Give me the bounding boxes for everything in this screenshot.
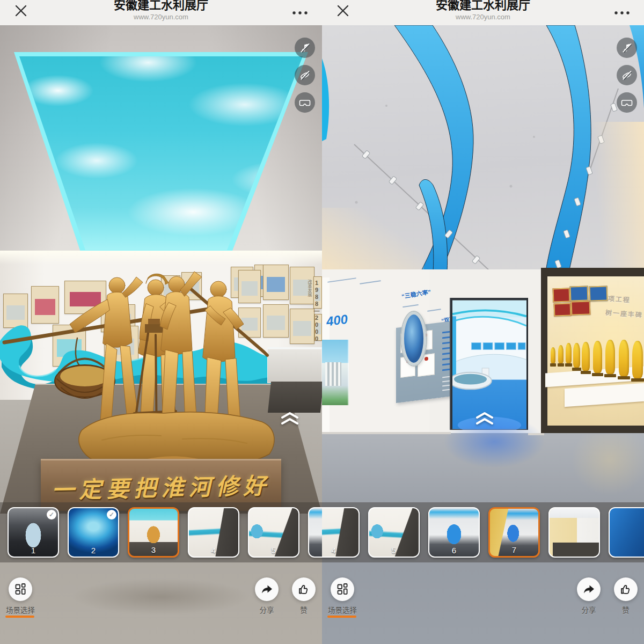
scene-select-button[interactable] [9, 577, 32, 601]
scene-thumbnail-5[interactable]: 5 [368, 507, 420, 558]
title-block: 安徽建工水利展厅 www.720yun.com [32, 0, 290, 21]
like-label: 赞 [614, 604, 638, 615]
viewer-panel-left: 1988—2000 改革发展 [0, 0, 322, 644]
share-label: 分享 [577, 604, 601, 615]
award-plaque [570, 286, 589, 301]
close-icon[interactable] [14, 4, 28, 18]
scene-thumbnail-7[interactable]: 7 [488, 507, 540, 558]
thumbnail-number: 2 [69, 546, 118, 555]
thumbnail-number: 6 [429, 546, 479, 555]
page-subtitle: www.720yun.com [354, 13, 612, 21]
thumbnail-number: 8 [550, 546, 599, 555]
gold-trophy [566, 343, 572, 363]
pedestal-inscription: 一定要把淮河修好 [51, 467, 270, 504]
thumbnail-number: 4 [322, 546, 358, 555]
thumbnail-strip[interactable]: ✓1✓2345 [0, 502, 322, 562]
gold-trophy [573, 343, 580, 368]
vr-goggles-button[interactable] [617, 92, 637, 113]
scene-select-active-underline [327, 616, 356, 618]
gold-trophy [551, 347, 555, 363]
scene-thumbnail-4[interactable]: 4 [188, 507, 239, 558]
gold-trophy [593, 341, 602, 373]
wall-statistic: 400 [325, 312, 348, 330]
scene-thumbnail-8[interactable]: 8 [548, 507, 600, 558]
scene-thumbnail-5[interactable]: 5 [248, 507, 299, 558]
visited-check-icon: ✓ [107, 510, 116, 519]
gold-trophy [558, 345, 564, 363]
gyroscope-off-button[interactable] [295, 65, 315, 85]
scene-thumbnail-partial[interactable] [308, 507, 322, 558]
scene-select-label: 场景选择 [322, 604, 363, 615]
gyroscope-off-button[interactable] [617, 65, 637, 85]
title-block: 安徽建工水利展厅 www.720yun.com [354, 0, 612, 21]
music-off-button[interactable] [617, 38, 637, 58]
thumbnail-number: 3 [129, 545, 178, 554]
thumbnail-number: 4 [189, 546, 238, 555]
floor-shadow [43, 573, 279, 621]
baseboard [322, 432, 451, 434]
scene-thumbnail-3[interactable]: 3 [128, 507, 179, 558]
building-photo [322, 340, 349, 405]
dual-screenshot-stage: 1988—2000 改革发展 [0, 0, 644, 644]
more-menu-icon[interactable] [613, 9, 631, 15]
red-seal [425, 357, 428, 361]
music-off-button[interactable] [295, 38, 315, 58]
thumbnail-strip[interactable]: 45678 [322, 502, 644, 562]
share-button[interactable] [255, 577, 279, 601]
more-menu-icon[interactable] [291, 9, 309, 15]
scene-select-active-underline [5, 616, 34, 618]
timeline-caption: 改革发展 [307, 280, 312, 297]
visited-check-icon: ✓ [47, 510, 56, 519]
thumbnail-number: 1 [9, 546, 58, 555]
porthole-window [401, 312, 426, 365]
like-button[interactable] [614, 577, 638, 601]
like-label: 赞 [292, 604, 316, 615]
page-title: 安徽建工水利展厅 [354, 0, 612, 12]
viewer-panel-right: “三稳六率” “双百” 400 [322, 0, 644, 644]
like-button[interactable] [292, 577, 316, 601]
award-plaque [589, 286, 608, 301]
scene-thumbnail-2[interactable]: ✓2 [68, 507, 119, 558]
award-plaque [553, 288, 570, 302]
gold-trophy [582, 342, 590, 371]
share-button[interactable] [577, 577, 601, 601]
viewer-controls [617, 38, 637, 113]
header-bar: 安徽建工水利展厅 www.720yun.com [322, 0, 644, 25]
header-bar: 安徽建工水利展厅 www.720yun.com [0, 0, 322, 25]
viewer-controls [295, 38, 315, 113]
thumbnail-list: ✓1✓2345 [0, 502, 322, 567]
gold-trophy [632, 341, 643, 378]
thumbnail-number: 5 [369, 546, 419, 555]
move-forward-hint-icon[interactable] [473, 411, 496, 429]
scene-thumbnail-4[interactable]: 4 [322, 507, 360, 558]
award-plaque [571, 301, 591, 315]
gold-trophy [619, 340, 629, 376]
thumbnail-number: 7 [490, 545, 538, 554]
gold-trophy [605, 340, 615, 374]
share-label: 分享 [255, 604, 279, 615]
page-title: 安徽建工水利展厅 [32, 0, 290, 12]
golden-statue-group [54, 252, 279, 483]
scene-thumbnail-6[interactable]: 6 [428, 507, 480, 558]
move-forward-hint-icon[interactable] [278, 411, 302, 429]
award-plaque [554, 303, 572, 316]
scene-select-label: 场景选择 [0, 604, 41, 615]
baseboard [528, 433, 544, 435]
thumbnail-number: 5 [249, 546, 298, 555]
scene-thumbnail-1[interactable]: ✓1 [8, 507, 59, 558]
warm-cove-right [590, 122, 644, 280]
close-icon[interactable] [336, 4, 350, 18]
scene-thumbnail-partial[interactable] [609, 507, 644, 558]
thumbnail-list: 45678 [322, 502, 644, 567]
scene-select-button[interactable] [331, 577, 354, 601]
vr-goggles-button[interactable] [295, 92, 315, 113]
page-subtitle: www.720yun.com [32, 13, 290, 21]
